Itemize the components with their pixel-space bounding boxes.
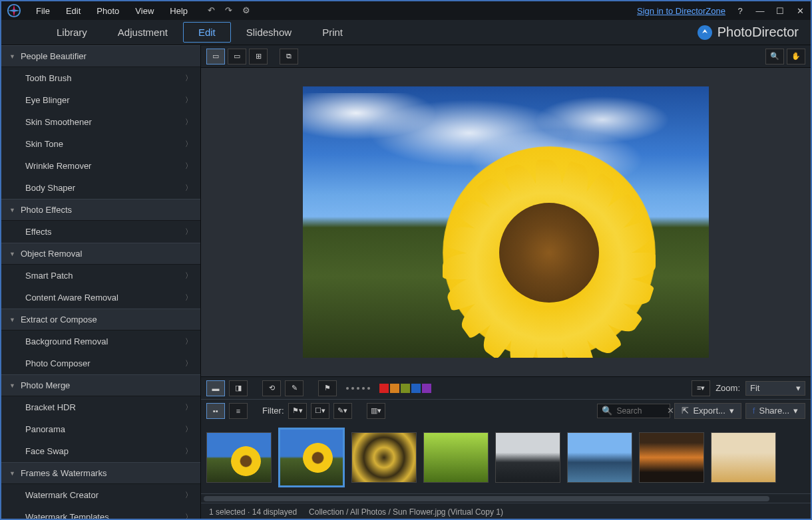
color-swatch-1[interactable] [390, 384, 399, 393]
tool-2-1[interactable]: Content Aware Removal〉 [1, 287, 200, 309]
title-tools: ↶ ↷ ⚙ [208, 5, 253, 16]
thumbnail-strip[interactable] [201, 422, 811, 493]
thumb-view-1-icon[interactable]: ▪▪ [206, 403, 225, 419]
tool-3-0[interactable]: Background Removal〉 [1, 330, 200, 352]
brush-icon[interactable]: ✎ [285, 380, 304, 396]
help-icon[interactable]: ? [735, 6, 745, 15]
tool-0-0[interactable]: Tooth Brush〉 [1, 67, 200, 89]
rotate-icon[interactable]: ⟲ [262, 380, 281, 396]
layout-1-icon[interactable]: ▬ [206, 380, 225, 396]
tab-library[interactable]: Library [41, 22, 102, 43]
flag-icon[interactable]: ⚑ [318, 380, 337, 396]
search-box[interactable]: 🔍 ✕ [597, 404, 670, 418]
menu-photo[interactable]: Photo [90, 3, 126, 19]
chevron-right-icon: 〉 [185, 271, 192, 281]
statusbar: 1 selected · 14 displayed Collection / A… [201, 503, 811, 520]
tool-5-1[interactable]: Watermark Templates〉 [1, 506, 200, 520]
chevron-right-icon: 〉 [185, 117, 192, 127]
sidebar: ▼People BeautifierTooth Brush〉Eye Blinge… [1, 45, 201, 520]
status-selection: 1 selected · 14 displayed [209, 507, 297, 517]
rating-dots[interactable] [346, 387, 370, 390]
signin-link[interactable]: Sign in to DirectorZone [637, 6, 725, 16]
thumbnail-3[interactable] [351, 432, 417, 483]
chevron-right-icon: 〉 [185, 139, 192, 149]
chevron-down-icon: ▼ [9, 470, 15, 477]
zoom-select[interactable]: Fit▾ [745, 381, 805, 396]
chevron-right-icon: 〉 [185, 424, 192, 434]
close-icon[interactable]: ✕ [795, 6, 805, 15]
export-button[interactable]: ⇱Export...▾ [674, 403, 741, 419]
tab-edit[interactable]: Edit [183, 22, 231, 43]
maximize-icon[interactable]: ☐ [775, 6, 785, 15]
chevron-down-icon: ▼ [9, 207, 15, 213]
minimize-icon[interactable]: — [755, 6, 765, 15]
sort-icon[interactable]: ≡▾ [692, 380, 710, 396]
chevron-right-icon: 〉 [185, 161, 192, 171]
thumbnail-1[interactable] [206, 432, 272, 483]
category-3[interactable]: ▼Extract or Compose [1, 309, 200, 330]
tab-slideshow[interactable]: Slideshow [231, 22, 307, 43]
hand-tool-icon[interactable]: ✋ [787, 49, 805, 65]
thumbnail-6[interactable] [567, 432, 632, 483]
view-mirror-icon[interactable]: ⧉ [280, 49, 298, 65]
zoom-tool-icon[interactable]: 🔍 [765, 49, 784, 65]
category-5[interactable]: ▼Frames & Watermarks [1, 462, 200, 484]
tool-0-3[interactable]: Skin Tone〉 [1, 133, 200, 155]
color-swatch-2[interactable] [401, 384, 410, 393]
tool-4-2[interactable]: Face Swap〉 [1, 440, 200, 462]
filter-flag-icon[interactable]: ⚑▾ [288, 403, 307, 419]
category-4[interactable]: ▼Photo Merge [1, 374, 200, 396]
app-icon [7, 3, 21, 18]
tool-1-0[interactable]: Effects〉 [1, 221, 200, 243]
tool-5-0[interactable]: Watermark Creator〉 [1, 484, 200, 506]
chevron-right-icon: 〉 [185, 227, 192, 237]
thumbnail-7[interactable] [639, 432, 704, 483]
category-0[interactable]: ▼People Beautifier [1, 45, 200, 67]
tool-2-0[interactable]: Smart Patch〉 [1, 265, 200, 287]
tool-0-5[interactable]: Body Shaper〉 [1, 177, 200, 199]
undo-icon[interactable]: ↶ [208, 5, 218, 16]
preview-area[interactable] [201, 68, 811, 376]
color-swatch-4[interactable] [422, 384, 431, 393]
clear-search-icon[interactable]: ✕ [667, 406, 674, 416]
tool-0-4[interactable]: Wrinkle Remover〉 [1, 155, 200, 177]
category-2[interactable]: ▼Object Removal [1, 243, 200, 265]
thumbnail-2[interactable] [278, 428, 345, 487]
thumb-view-2-icon[interactable]: ≡ [229, 403, 248, 419]
chevron-right-icon: 〉 [185, 358, 192, 368]
search-input[interactable] [616, 406, 663, 416]
view-compare-icon[interactable]: ▭ [228, 49, 246, 65]
chevron-right-icon: 〉 [185, 183, 192, 193]
color-swatch-0[interactable] [379, 384, 389, 393]
category-1[interactable]: ▼Photo Effects [1, 199, 200, 221]
chevron-down-icon: ▼ [9, 317, 15, 323]
thumbnail-4[interactable] [423, 432, 489, 483]
tool-0-2[interactable]: Skin Smoothener〉 [1, 111, 200, 133]
brand-icon [698, 25, 712, 40]
tool-0-1[interactable]: Eye Blinger〉 [1, 89, 200, 111]
tool-4-1[interactable]: Panorama〉 [1, 418, 200, 440]
thumbnail-5[interactable] [495, 432, 560, 483]
color-swatch-3[interactable] [411, 384, 421, 393]
tool-4-0[interactable]: Bracket HDR〉 [1, 396, 200, 418]
tab-adjustment[interactable]: Adjustment [102, 22, 183, 43]
settings-icon[interactable]: ⚙ [242, 5, 253, 16]
thumbnail-8[interactable] [711, 432, 776, 483]
thumb-scrollbar[interactable] [201, 493, 811, 503]
view-grid-icon[interactable]: ⊞ [249, 49, 268, 65]
menu-help[interactable]: Help [163, 3, 194, 19]
filter-brush-icon[interactable]: ✎▾ [333, 403, 352, 419]
menu-edit[interactable]: Edit [59, 3, 87, 19]
content: ▭ ▭ ⊞ ⧉ 🔍 ✋ ▬ ◨ ⟲ ✎ [201, 45, 811, 520]
share-button[interactable]: fShare...▾ [745, 403, 805, 419]
menu-view[interactable]: View [128, 3, 160, 19]
zoom-label: Zoom: [715, 383, 740, 393]
tab-print[interactable]: Print [307, 22, 358, 43]
layout-2-icon[interactable]: ◨ [229, 380, 248, 396]
view-single-icon[interactable]: ▭ [206, 49, 225, 65]
tool-3-1[interactable]: Photo Composer〉 [1, 352, 200, 374]
redo-icon[interactable]: ↷ [225, 5, 236, 16]
menu-file[interactable]: File [29, 3, 57, 19]
filter-box-icon[interactable]: ☐▾ [311, 403, 329, 419]
filter-stack-icon[interactable]: ▥▾ [367, 403, 385, 419]
